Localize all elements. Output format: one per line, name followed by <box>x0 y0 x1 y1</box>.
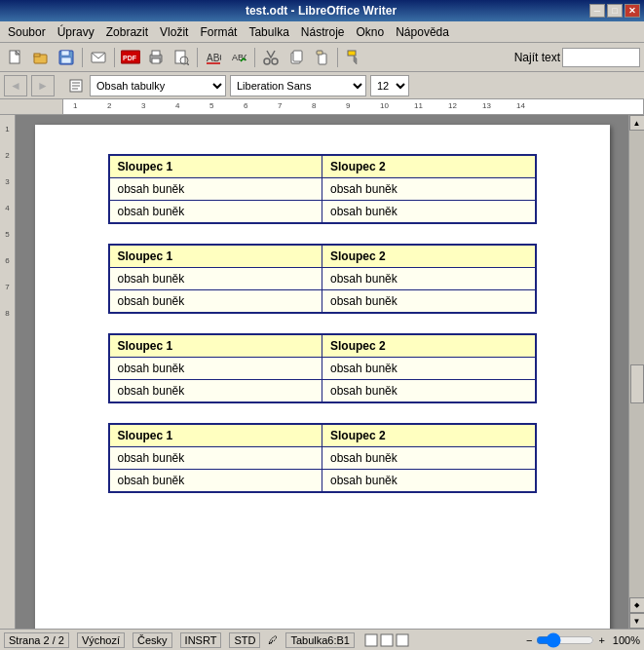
table-row: obsah buněk obsah buněk <box>109 447 536 470</box>
zoom-in-icon[interactable]: + <box>598 634 604 646</box>
zoom-out-icon[interactable]: − <box>526 634 532 646</box>
close-button[interactable]: ✕ <box>625 4 640 18</box>
zoom-slider[interactable] <box>536 634 594 646</box>
table-1-cell-2-1[interactable]: obsah buněk <box>109 201 322 224</box>
table-3-cell-1-1[interactable]: obsah buněk <box>109 358 322 380</box>
table-2-cell-1-2[interactable]: obsah buněk <box>322 268 536 290</box>
font-select[interactable]: Liberation Sans <box>230 75 366 96</box>
table-4-cell-1-2[interactable]: obsah buněk <box>322 447 536 470</box>
ruler-mark-12: 12 <box>448 101 457 110</box>
table-1-cell-1-2[interactable]: obsah buněk <box>322 178 536 201</box>
print-button[interactable] <box>144 46 168 69</box>
minimize-button[interactable]: ─ <box>589 4 605 18</box>
table-4-cell-1-1[interactable]: obsah buněk <box>109 447 322 470</box>
unsaved-icon: 🖊 <box>268 634 278 645</box>
menu-napoveda[interactable]: Nápověda <box>390 23 455 41</box>
menu-zobrazit[interactable]: Zobrazit <box>100 23 154 41</box>
table-row: obsah buněk obsah buněk <box>109 290 536 314</box>
menu-soubor[interactable]: Soubor <box>2 23 52 41</box>
table-1-cell-1-1[interactable]: obsah buněk <box>109 178 322 201</box>
ruler-mark-13: 13 <box>482 101 491 110</box>
spellcheck-button[interactable]: ABC <box>202 46 225 69</box>
insert-mode[interactable]: INSRT <box>180 632 222 648</box>
table-2-cell-2-1[interactable]: obsah buněk <box>109 290 322 314</box>
preview-button[interactable] <box>170 46 193 69</box>
maximize-button[interactable]: □ <box>607 4 623 18</box>
scrollbar-track[interactable] <box>629 131 644 597</box>
autocorrect-button[interactable]: ABC <box>227 46 250 69</box>
table-2-cell-2-2[interactable]: obsah buněk <box>322 290 536 314</box>
find-input[interactable] <box>562 48 640 67</box>
titlebar-title: test.odt - LibreOffice Writer <box>53 4 589 18</box>
table-row: obsah buněk obsah buněk <box>109 470 536 493</box>
ruler-mark-10: 10 <box>380 101 389 110</box>
styles-button[interactable] <box>66 74 86 97</box>
email-button[interactable] <box>87 46 110 69</box>
table-row: obsah buněk obsah buněk <box>109 268 536 290</box>
table-4-header-2: Sloupec 2 <box>322 424 536 447</box>
menubar: Soubor Úpravy Zobrazit Vložit Formát Tab… <box>0 21 644 43</box>
open-button[interactable] <box>29 46 53 69</box>
new-button[interactable] <box>4 46 27 69</box>
table-4-cell-2-1[interactable]: obsah buněk <box>109 470 322 493</box>
toolbar-sep3 <box>197 48 198 67</box>
menu-format[interactable]: Formát <box>194 23 243 41</box>
table-1[interactable]: Sloupec 1 Sloupec 2 obsah buněk obsah bu… <box>108 154 537 224</box>
ruler-mark-4: 4 <box>175 101 179 110</box>
menu-upravy[interactable]: Úpravy <box>52 23 100 41</box>
toolbar-sep4 <box>254 48 255 67</box>
scrollbar-expand-button[interactable]: ◆ <box>629 597 645 613</box>
menu-okno[interactable]: Okno <box>351 23 391 41</box>
svg-rect-6 <box>61 57 71 63</box>
doc-area[interactable]: Sloupec 1 Sloupec 2 obsah buněk obsah bu… <box>16 115 628 629</box>
paste-button[interactable] <box>310 46 333 69</box>
scrollbar-thumb[interactable] <box>630 364 644 403</box>
doc-page: Sloupec 1 Sloupec 2 obsah buněk obsah bu… <box>35 125 610 629</box>
format-paint-button[interactable] <box>342 46 365 69</box>
ruler-inner: 1 2 3 4 5 6 7 8 9 10 11 12 13 14 <box>62 99 644 114</box>
style-select[interactable]: Obsah tabulky <box>90 75 226 96</box>
table-1-header-2: Sloupec 2 <box>322 155 536 178</box>
pdf-button[interactable]: PDF <box>119 46 142 69</box>
scrollbar-down-button[interactable]: ▼ <box>629 613 645 629</box>
table-4-header-1: Sloupec 1 <box>109 424 322 447</box>
doc-type-icons <box>364 633 409 647</box>
table-4[interactable]: Sloupec 1 Sloupec 2 obsah buněk obsah bu… <box>108 423 537 493</box>
nav-back-button[interactable]: ◄ <box>4 75 27 96</box>
menu-tabulka[interactable]: Tabulka <box>243 23 294 41</box>
ruler-mark-2: 2 <box>107 101 111 110</box>
table-4-cell-2-2[interactable]: obsah buněk <box>322 470 536 493</box>
size-select[interactable]: 12 <box>370 75 409 96</box>
svg-rect-25 <box>348 51 356 56</box>
table-row: obsah buněk obsah buněk <box>109 201 536 224</box>
table-1-cell-2-2[interactable]: obsah buněk <box>322 201 536 224</box>
table-3-cell-1-2[interactable]: obsah buněk <box>322 358 536 380</box>
table-row: obsah buněk obsah buněk <box>109 358 536 380</box>
scrollbar-up-button[interactable]: ▲ <box>629 115 645 131</box>
ruler-mark-14: 14 <box>516 101 525 110</box>
svg-rect-24 <box>317 51 322 55</box>
scrollbar-vertical: ▲ ◆ ▼ <box>628 115 644 629</box>
menu-vlozit[interactable]: Vložit <box>154 23 194 41</box>
table-2[interactable]: Sloupec 1 Sloupec 2 obsah buněk obsah bu… <box>108 244 537 314</box>
titlebar-controls: ─ □ ✕ <box>589 4 640 18</box>
cut-button[interactable] <box>259 46 283 69</box>
table-3[interactable]: Sloupec 1 Sloupec 2 obsah buněk obsah bu… <box>108 333 537 403</box>
nav-forward-button[interactable]: ► <box>31 75 55 96</box>
copy-button[interactable] <box>284 46 308 69</box>
menu-nastroje[interactable]: Nástroje <box>295 23 351 41</box>
svg-text:PDF: PDF <box>123 55 137 61</box>
zoom-level: 100% <box>613 634 640 646</box>
save-button[interactable] <box>55 46 78 69</box>
ruler-left-margin <box>0 99 31 114</box>
table-3-cell-2-1[interactable]: obsah buněk <box>109 380 322 403</box>
toolbar-sep1 <box>82 48 83 67</box>
selection-mode[interactable]: STD <box>229 632 260 648</box>
main-area: 1 2 3 4 5 6 7 8 Sloupec 1 Sloupec 2 <box>0 115 644 629</box>
table-2-cell-1-1[interactable]: obsah buněk <box>109 268 322 290</box>
page-style: Výchozí <box>77 632 125 648</box>
table-2-header-2: Sloupec 2 <box>322 245 536 268</box>
table-3-cell-2-2[interactable]: obsah buněk <box>322 380 536 403</box>
statusbar: Strana 2 / 2 Výchozí Česky INSRT STD 🖊 T… <box>0 629 644 650</box>
ruler-mark-11: 11 <box>414 101 423 110</box>
